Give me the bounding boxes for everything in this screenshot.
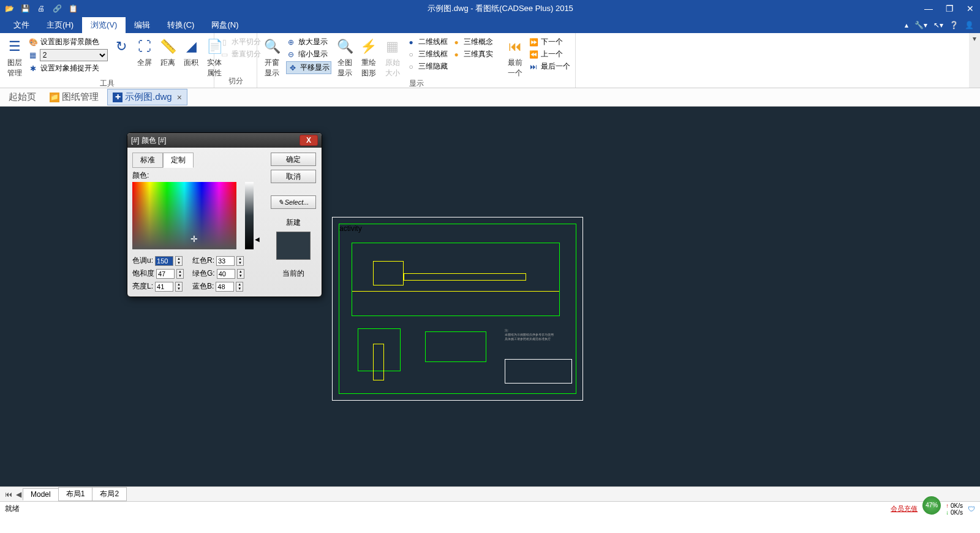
3d-wire-button[interactable]: ○三维线框	[406, 49, 448, 59]
select-button[interactable]: ✎Select...	[271, 195, 316, 209]
zoom-in-button[interactable]: ⊕放大显示	[286, 37, 331, 47]
group-label-split: 切分	[219, 76, 252, 88]
pan-button[interactable]: ✥平移显示	[286, 61, 331, 74]
3d-concept-button[interactable]: ●三维概念	[451, 37, 493, 47]
color-cursor-icon: ✛	[190, 234, 198, 244]
last-button[interactable]: ⏭最后一个	[529, 61, 570, 72]
network-status: ↑ 0K/s ↓ 0K/s	[946, 502, 963, 516]
tab-mgmt[interactable]: 📁图纸管理	[45, 89, 104, 105]
2d-wire-button[interactable]: ●二维线框	[406, 37, 448, 47]
lum-input[interactable]	[155, 282, 173, 292]
pan-icon: ✥	[288, 63, 298, 73]
sat-input[interactable]	[156, 269, 175, 279]
tab-nav-first[interactable]: ⏮	[4, 490, 13, 499]
zoom-all-button[interactable]: 🔍全图显示	[335, 37, 355, 78]
menu-edit[interactable]: 编辑	[126, 17, 159, 33]
layout-tabs: ⏮ ◀ Model 布局1 布局2	[0, 486, 980, 501]
refresh-button[interactable]: ↻	[111, 37, 131, 58]
bg-color-button[interactable]: 🎨设置图形背景颜色	[28, 37, 108, 47]
zoom-out-button[interactable]: ⊖缩小显示	[286, 49, 331, 59]
3d-real-button[interactable]: ●三维真实	[451, 49, 493, 59]
ruler-icon: 📏	[158, 37, 178, 56]
link-icon[interactable]: 🔗	[51, 3, 62, 14]
tab-nav-prev[interactable]: ◀	[13, 490, 23, 499]
tab-layout1[interactable]: 布局1	[58, 487, 93, 501]
cursor-icon[interactable]: ↖▾	[933, 21, 943, 29]
first-button[interactable]: ⏮最前一个	[505, 37, 525, 78]
layers-icon: ☰	[5, 37, 24, 56]
first-icon: ⏮	[505, 37, 525, 56]
shield-icon[interactable]: 🛡	[968, 505, 975, 513]
color-label: 颜色:	[132, 170, 264, 181]
distance-button[interactable]: 📏距离	[158, 37, 178, 68]
minimize-button[interactable]: —	[922, 2, 935, 15]
window-zoom-button[interactable]: 🔍开窗显示	[262, 37, 282, 78]
copy-icon[interactable]: 📋	[67, 3, 78, 14]
menu-cloud[interactable]: 网盘(N)	[203, 17, 247, 33]
canvas[interactable]: activity 注:本图纸为示例图纸仅供参考学习使用具体施工请参照相关规范标准…	[0, 107, 980, 486]
progress-circle[interactable]: 47%	[922, 496, 941, 515]
snap-toggle-button[interactable]: ✱设置对象捕捉开关	[28, 63, 108, 74]
tab-custom[interactable]: 定制	[163, 153, 194, 168]
blue-input[interactable]	[216, 282, 234, 292]
luminance-slider[interactable]: ◀	[245, 182, 254, 249]
ribbon: ☰ 图层管理 🎨设置图形背景颜色 ▦2 ✱设置对象捕捉开关 ↻ ⛶全屏 📏距离 …	[0, 33, 980, 88]
tab-model[interactable]: Model	[23, 488, 59, 501]
ok-button[interactable]: 确定	[271, 153, 316, 166]
tab-close-button[interactable]: ×	[177, 93, 182, 102]
fullscreen-button[interactable]: ⛶全屏	[135, 37, 154, 68]
layer-mgmt-button[interactable]: ☰ 图层管理	[5, 37, 24, 78]
spinner[interactable]: ▲▼	[236, 256, 244, 266]
zoom-in-icon: ⊕	[286, 37, 296, 47]
tab-layout2[interactable]: 布局2	[92, 487, 127, 501]
status-right: 会员充值 47% ↑ 0K/s ↓ 0K/s 🛡	[891, 500, 975, 518]
menu-home[interactable]: 主页(H)	[38, 17, 82, 33]
layer-combo[interactable]: 2	[40, 49, 108, 61]
triangle-icon[interactable]: ▴	[905, 21, 908, 29]
spinner[interactable]: ▲▼	[175, 282, 183, 292]
prev-icon: ⏪	[529, 50, 538, 59]
user-icon[interactable]: 👤	[965, 21, 974, 29]
area-button[interactable]: ◢面积	[181, 37, 201, 68]
color-field[interactable]: ✛	[132, 182, 236, 249]
menu-convert[interactable]: 转换(C)	[159, 17, 203, 33]
next-button[interactable]: ⏩下一个	[529, 37, 570, 47]
status-ready: 就绪	[5, 504, 20, 514]
wrench-icon[interactable]: 🔧▾	[914, 21, 927, 29]
drawing-viewport[interactable]: activity 注:本图纸为示例图纸仅供参考学习使用具体施工请参照相关规范标准…	[332, 217, 583, 401]
layer-combo-row: ▦2	[28, 49, 108, 61]
spinner[interactable]: ▲▼	[237, 269, 244, 279]
tab-start[interactable]: 起始页	[4, 89, 41, 105]
redraw-button[interactable]: ⚡重绘图形	[359, 37, 379, 78]
ribbon-collapse-button[interactable]: ▾	[969, 33, 980, 88]
menu-browse[interactable]: 浏览(V)	[82, 17, 126, 33]
grid2-icon: ▦	[383, 37, 402, 56]
palette-icon: 🎨	[28, 37, 38, 47]
spinner[interactable]: ▲▼	[175, 256, 183, 266]
hue-input[interactable]	[155, 256, 173, 266]
menu-file[interactable]: 文件	[5, 17, 38, 33]
cancel-button[interactable]: 取消	[271, 170, 316, 183]
dialog-close-button[interactable]: X	[300, 135, 318, 146]
green-input[interactable]	[217, 269, 235, 279]
print-icon[interactable]: 🖨	[36, 3, 47, 14]
spinner[interactable]: ▲▼	[176, 269, 184, 279]
3d-hide-button[interactable]: ○三维隐藏	[406, 61, 448, 72]
maximize-button[interactable]: ❐	[943, 2, 956, 15]
prev-button[interactable]: ⏪上一个	[529, 49, 570, 59]
dialog-titlebar[interactable]: [#] 颜色 [#] X	[127, 133, 322, 148]
tab-file[interactable]: ✚示例图.dwg×	[107, 89, 187, 105]
help-icon[interactable]: ❔	[949, 21, 959, 29]
tab-standard[interactable]: 标准	[132, 153, 163, 168]
ribbon-group-display: 🔍开窗显示 ⊕放大显示 ⊖缩小显示 ✥平移显示 🔍全图显示 ⚡重绘图形 ▦原始大…	[257, 33, 576, 88]
spinner[interactable]: ▲▼	[236, 282, 243, 292]
red-row: 红色R:▲▼	[192, 255, 244, 266]
dot-icon: ○	[406, 50, 416, 59]
open-icon[interactable]: 📂	[4, 3, 15, 14]
save-icon[interactable]: 💾	[20, 3, 31, 14]
up-arrow-icon: ↑	[946, 502, 949, 509]
color-dialog: [#] 颜色 [#] X 标准 定制 颜色: ✛ ◀	[127, 132, 322, 297]
close-button[interactable]: ✕	[964, 2, 976, 15]
red-input[interactable]	[216, 256, 235, 266]
member-link[interactable]: 会员充值	[891, 504, 918, 513]
